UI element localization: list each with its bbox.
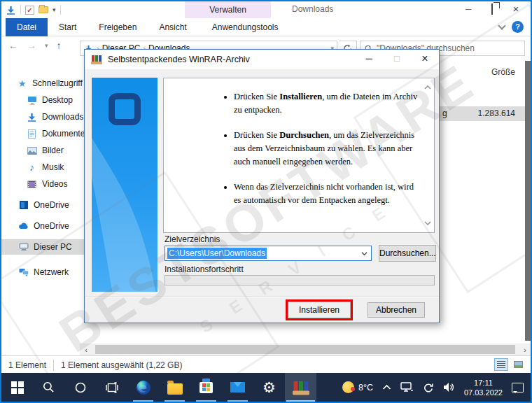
- taskbar-explorer[interactable]: [159, 373, 190, 402]
- sidebar-label: Dokumente: [42, 129, 85, 139]
- quick-access-toolbar: ✓ ▾: [6, 3, 61, 16]
- taskbar-clock[interactable]: 17:11 07.03.2022: [464, 378, 503, 397]
- onedrive-square-icon: [18, 200, 29, 211]
- winrar-icon: [91, 55, 102, 64]
- store-icon: [200, 382, 213, 393]
- scroll-right-icon[interactable]: ›: [519, 346, 531, 354]
- window-title: Downloads: [292, 4, 333, 14]
- combo-dropdown-icon[interactable]: [358, 248, 370, 259]
- tab-datei[interactable]: Datei: [6, 18, 48, 36]
- highlight-red-box: Installieren: [286, 299, 353, 320]
- dialog-minimize-icon[interactable]: ─: [355, 50, 383, 69]
- thumbnail-view-icon[interactable]: [511, 358, 525, 371]
- document-icon: [27, 129, 37, 139]
- install-button[interactable]: Installieren: [288, 302, 351, 318]
- recent-locations-icon[interactable]: ▾: [45, 42, 48, 49]
- explorer-titlebar: ✓ ▾ Verwalten Downloads ─ ×: [1, 1, 531, 18]
- contextual-tab-group: Verwalten: [185, 1, 271, 18]
- tab-freigeben[interactable]: Freigeben: [88, 18, 148, 36]
- taskbar: ⚙ 8°C 17:11 07.03.2022: [1, 373, 531, 402]
- sidebar-item-videos[interactable]: Videos: [1, 176, 84, 192]
- scroll-left-icon[interactable]: ‹: [80, 346, 92, 354]
- checkmark-icon[interactable]: ✓: [25, 6, 34, 15]
- ribbon-tabs: Datei Start Freigeben Ansicht Anwendungs…: [1, 18, 531, 36]
- weather-icon: [342, 381, 354, 393]
- tab-ansicht[interactable]: Ansicht: [148, 18, 197, 36]
- taskbar-winrar[interactable]: [285, 373, 316, 402]
- dialog-title: Selbstentpackendes WinRAR-Archiv: [108, 55, 250, 64]
- sidebar-item-quick-access[interactable]: ★ Schnellzugriff: [1, 76, 84, 91]
- sidebar-item-pictures[interactable]: Bilder: [1, 143, 84, 158]
- instruction-bullet: Wenn das Zielverzeichnis nicht vorhanden…: [234, 181, 421, 207]
- screen: ✓ ▾ Verwalten Downloads ─ × Datei Start …: [0, 0, 532, 403]
- dialog-maximize-icon: □: [383, 50, 411, 69]
- weather-widget[interactable]: 8°C: [342, 381, 373, 393]
- cortana-button[interactable]: [64, 373, 96, 402]
- edge-icon: [136, 380, 151, 395]
- this-pc-icon: [18, 242, 29, 253]
- nav-arrows: ← → ▾ ↑: [8, 40, 62, 51]
- tray-chevron-up-icon[interactable]: [382, 384, 391, 390]
- divider: [20, 5, 21, 15]
- tab-start[interactable]: Start: [48, 18, 88, 36]
- sidebar-label: Schnellzugriff: [32, 78, 83, 88]
- onedrive-cloud-icon: [18, 221, 29, 232]
- folder-icon[interactable]: [38, 6, 48, 13]
- volume-icon[interactable]: [443, 382, 455, 393]
- sidebar-item-documents[interactable]: Dokumente: [1, 126, 84, 141]
- windows-logo-icon: [11, 381, 24, 394]
- sidebar-label: OneDrive: [34, 221, 69, 231]
- restore-icon[interactable]: [480, 1, 504, 18]
- start-button[interactable]: [1, 373, 33, 402]
- sidebar-item-onedrive-1[interactable]: OneDrive: [1, 197, 84, 213]
- download-arrow-icon: [27, 112, 37, 122]
- download-arrow-icon[interactable]: [6, 5, 16, 15]
- pictures-icon: [27, 146, 37, 156]
- temperature: 8°C: [358, 383, 373, 393]
- sidebar-label: Bilder: [42, 146, 64, 155]
- browse-button[interactable]: Durchsuchen...: [379, 245, 436, 262]
- date: 07.03.2022: [464, 388, 503, 397]
- sync-tray-icon[interactable]: [422, 382, 434, 393]
- winrar-logo: [108, 93, 141, 125]
- taskbar-search-button[interactable]: [33, 373, 64, 402]
- taskbar-mail[interactable]: [222, 373, 253, 402]
- cancel-button[interactable]: Abbrechen: [368, 302, 425, 318]
- sidebar-label: Musik: [42, 162, 64, 172]
- qat-dropdown-icon[interactable]: ▾: [52, 6, 56, 13]
- details-view-icon[interactable]: [494, 358, 508, 371]
- quick-access-star-icon: ★: [17, 78, 27, 89]
- task-view-icon: [106, 382, 118, 393]
- sidebar-label: OneDrive: [34, 200, 69, 210]
- video-icon: [27, 179, 37, 190]
- taskbar-store[interactable]: [190, 373, 222, 402]
- sidebar-item-music[interactable]: ♪ Musik: [1, 160, 84, 175]
- winrar-icon: [293, 380, 309, 395]
- sidebar-item-downloads[interactable]: Downloads: [1, 109, 84, 125]
- network-tray-icon[interactable]: [400, 382, 413, 393]
- taskbar-settings[interactable]: ⚙: [253, 373, 285, 402]
- sidebar-label: Downloads: [42, 112, 83, 122]
- sidebar-item-desktop[interactable]: Desktop: [1, 92, 84, 108]
- mail-icon: [230, 382, 245, 393]
- gear-icon: ⚙: [262, 380, 276, 395]
- cortana-icon: [74, 381, 87, 394]
- search-icon: [43, 381, 55, 393]
- back-icon[interactable]: ←: [8, 40, 18, 51]
- divider: [60, 5, 61, 15]
- time: 17:11: [464, 378, 503, 388]
- taskbar-edge[interactable]: [127, 373, 159, 402]
- sidebar-label: Videos: [42, 179, 67, 189]
- up-icon[interactable]: ↑: [57, 40, 62, 51]
- forward-icon[interactable]: →: [27, 40, 36, 51]
- sidebar-label: Desktop: [42, 95, 73, 105]
- task-view-button[interactable]: [96, 373, 127, 402]
- minimize-icon[interactable]: ─: [456, 1, 480, 18]
- action-center-icon[interactable]: [512, 383, 524, 393]
- desktop-icon: [27, 95, 37, 106]
- music-note-icon: ♪: [27, 162, 37, 173]
- tab-anwendungstools[interactable]: Anwendungstools: [201, 18, 290, 36]
- folder-icon: [167, 383, 183, 395]
- dialog-window-controls: ─ □ ×: [355, 50, 439, 69]
